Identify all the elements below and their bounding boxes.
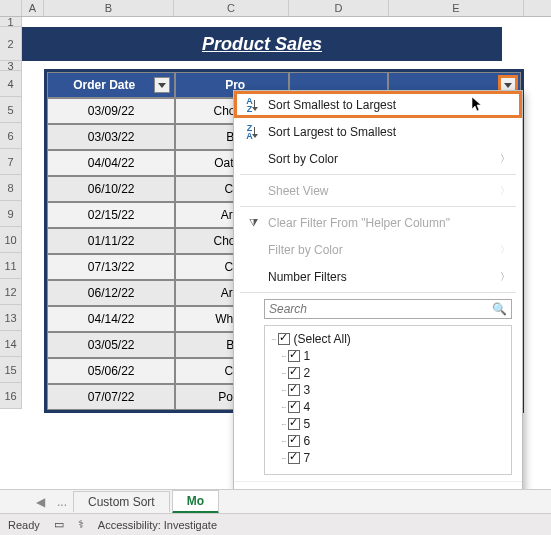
row-header[interactable]: 9 xyxy=(0,201,22,227)
menu-separator xyxy=(240,174,516,175)
checkbox-icon[interactable] xyxy=(288,350,300,362)
cell[interactable]: 07/13/22 xyxy=(47,254,175,280)
cell[interactable]: 04/04/22 xyxy=(47,150,175,176)
checkbox-icon[interactable] xyxy=(278,333,290,345)
filter-search-input[interactable] xyxy=(264,299,512,319)
row-header[interactable]: 4 xyxy=(0,71,22,97)
col-header-e[interactable]: E xyxy=(389,0,524,16)
sheet-tab-custom-sort[interactable]: Custom Sort xyxy=(73,491,170,512)
accessibility-icon: ⚕ xyxy=(78,518,84,531)
check-label: (Select All) xyxy=(294,332,351,346)
checkbox-icon[interactable] xyxy=(288,452,300,464)
cell[interactable]: 03/03/22 xyxy=(47,124,175,150)
row-header[interactable]: 11 xyxy=(0,253,22,279)
cell[interactable]: 05/06/22 xyxy=(47,358,175,384)
row-header[interactable]: 10 xyxy=(0,227,22,253)
tree-line-icon: ··· xyxy=(281,436,286,446)
menu-label: Sort by Color xyxy=(264,152,500,166)
checkbox-icon[interactable] xyxy=(288,435,300,447)
col-header-c[interactable]: C xyxy=(174,0,289,16)
row-header[interactable]: 3 xyxy=(0,61,22,71)
filter-check-item[interactable]: ···5 xyxy=(271,415,505,432)
row-header[interactable]: 16 xyxy=(0,383,22,409)
row-header[interactable]: 1 xyxy=(0,17,22,27)
filter-check-item[interactable]: ···3 xyxy=(271,381,505,398)
menu-label: Number Filters xyxy=(264,270,500,284)
tree-line-icon: ··· xyxy=(281,419,286,429)
tree-line-icon: ··· xyxy=(281,351,286,361)
search-icon: 🔍 xyxy=(492,302,507,316)
cell[interactable]: 02/15/22 xyxy=(47,202,175,228)
filter-check-item[interactable]: ···4 xyxy=(271,398,505,415)
menu-separator xyxy=(240,206,516,207)
filter-values-list[interactable]: ···(Select All) ···1 ···2 ···3 ···4 ···5… xyxy=(264,325,512,475)
filter-check-item[interactable]: ···(Select All) xyxy=(271,330,505,347)
page-title: Product Sales xyxy=(22,27,502,61)
cell[interactable]: 04/14/22 xyxy=(47,306,175,332)
check-label: 4 xyxy=(304,400,311,414)
sheet-tab-active[interactable]: Mo xyxy=(172,490,219,514)
cell[interactable]: 01/11/22 xyxy=(47,228,175,254)
status-accessibility[interactable]: Accessibility: Investigate xyxy=(98,519,217,531)
tab-nav-prev-icon[interactable]: ◀ xyxy=(30,495,51,509)
check-label: 3 xyxy=(304,383,311,397)
sort-by-color-item[interactable]: Sort by Color 〉 xyxy=(234,145,522,172)
menu-label: Sheet View xyxy=(264,184,500,198)
chevron-right-icon: 〉 xyxy=(500,184,510,198)
checkbox-icon[interactable] xyxy=(288,401,300,413)
chevron-right-icon: 〉 xyxy=(500,243,510,257)
filter-check-item[interactable]: ···7 xyxy=(271,449,505,466)
menu-separator xyxy=(240,292,516,293)
menu-label: Sort Largest to Smallest xyxy=(264,125,510,139)
col-header-a[interactable]: A xyxy=(22,0,44,16)
status-bar: Ready ▭ ⚕ Accessibility: Investigate xyxy=(0,513,551,535)
checkbox-icon[interactable] xyxy=(288,418,300,430)
sort-ascending-item[interactable]: AZ Sort Smallest to Largest xyxy=(234,91,522,118)
check-label: 5 xyxy=(304,417,311,431)
row-header[interactable]: 5 xyxy=(0,97,22,123)
row-header[interactable]: 12 xyxy=(0,279,22,305)
clear-filter-item: ⧩ Clear Filter From "Helper Column" xyxy=(234,209,522,236)
row-headers: 1 2 3 4 5 6 7 8 9 10 11 12 13 14 15 16 xyxy=(0,17,22,409)
cell[interactable]: 07/07/22 xyxy=(47,384,175,410)
cell[interactable]: 03/05/22 xyxy=(47,332,175,358)
select-all-corner[interactable] xyxy=(0,0,22,16)
tree-line-icon: ··· xyxy=(281,402,286,412)
tab-nav-ellipsis[interactable]: ... xyxy=(51,495,73,509)
row-header[interactable]: 15 xyxy=(0,357,22,383)
cell[interactable]: 03/09/22 xyxy=(47,98,175,124)
number-filters-item[interactable]: Number Filters 〉 xyxy=(234,263,522,290)
checkbox-icon[interactable] xyxy=(288,384,300,396)
check-label: 1 xyxy=(304,349,311,363)
row-header[interactable]: 7 xyxy=(0,149,22,175)
check-label: 2 xyxy=(304,366,311,380)
clear-filter-icon: ⧩ xyxy=(242,216,264,229)
col-header-b[interactable]: B xyxy=(44,0,174,16)
sort-desc-icon: ZA xyxy=(242,124,264,140)
tree-line-icon: ··· xyxy=(281,385,286,395)
sort-asc-icon: AZ xyxy=(242,97,264,113)
col-header-d[interactable]: D xyxy=(289,0,389,16)
filter-check-item[interactable]: ···2 xyxy=(271,364,505,381)
row-header[interactable]: 2 xyxy=(0,27,22,61)
sort-descending-item[interactable]: ZA Sort Largest to Smallest xyxy=(234,118,522,145)
menu-label: Clear Filter From "Helper Column" xyxy=(264,216,510,230)
tree-line-icon: ··· xyxy=(271,334,276,344)
filter-dropdown-icon[interactable] xyxy=(154,77,170,93)
cell[interactable]: 06/10/22 xyxy=(47,176,175,202)
row-header[interactable]: 6 xyxy=(0,123,22,149)
row-header[interactable]: 8 xyxy=(0,175,22,201)
filter-check-item[interactable]: ···1 xyxy=(271,347,505,364)
menu-label: Filter by Color xyxy=(264,243,500,257)
table-header-order-date[interactable]: Order Date xyxy=(47,72,175,98)
column-header-row: A B C D E xyxy=(0,0,551,17)
row-header[interactable]: 14 xyxy=(0,331,22,357)
filter-check-item[interactable]: ···6 xyxy=(271,432,505,449)
check-label: 7 xyxy=(304,451,311,465)
row-header[interactable]: 13 xyxy=(0,305,22,331)
filter-by-color-item: Filter by Color 〉 xyxy=(234,236,522,263)
sheet-tabs-bar: ◀ ... Custom Sort Mo xyxy=(0,489,551,513)
tree-line-icon: ··· xyxy=(281,368,286,378)
cell[interactable]: 06/12/22 xyxy=(47,280,175,306)
checkbox-icon[interactable] xyxy=(288,367,300,379)
